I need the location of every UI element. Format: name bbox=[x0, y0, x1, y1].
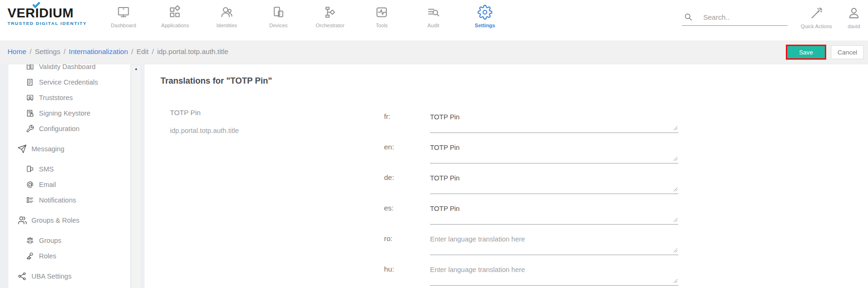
sidebar-item-label: Validity Dashboard bbox=[39, 64, 96, 70]
global-search[interactable] bbox=[682, 12, 788, 26]
nav-item-applications[interactable]: Applications bbox=[149, 5, 201, 28]
sidebar-item-notifications[interactable]: Notifications bbox=[8, 192, 130, 208]
sidebar-item-service-credentials[interactable]: Service Credentials bbox=[8, 74, 130, 90]
resize-handle-icon[interactable] bbox=[673, 218, 678, 222]
groups-roles-icon bbox=[17, 216, 27, 225]
sidebar-item-messaging[interactable]: Messaging bbox=[8, 141, 130, 156]
top-navigation: VERIDIUM TRUSTED DIGITAL IDENTITY Dashbo… bbox=[0, 0, 868, 40]
nav-item-label: Identities bbox=[216, 23, 237, 28]
sidebar-item-label: Configuration bbox=[39, 125, 79, 132]
translation-textarea[interactable] bbox=[430, 170, 678, 191]
resize-handle-icon[interactable] bbox=[673, 248, 678, 253]
translation-textarea[interactable] bbox=[430, 261, 678, 283]
user-label: david bbox=[848, 23, 860, 29]
search-icon bbox=[684, 12, 693, 22]
translation-field bbox=[430, 231, 678, 255]
nav-item-label: Applications bbox=[161, 23, 189, 28]
tools-icon bbox=[375, 5, 389, 20]
scroll-up-arrow[interactable]: ▲ bbox=[132, 65, 140, 73]
nav-item-dashboard[interactable]: Dashboard bbox=[98, 5, 149, 28]
notifications-icon bbox=[26, 196, 34, 204]
translation-textarea[interactable] bbox=[430, 231, 678, 252]
nav-item-devices[interactable]: Devices bbox=[253, 5, 304, 28]
resize-handle-icon[interactable] bbox=[673, 279, 678, 283]
nav-item-orchestrator[interactable]: Orchestrator bbox=[304, 5, 356, 28]
sidebar-item-label: Groups & Roles bbox=[31, 217, 79, 224]
content-panel: Translations for "TOTP Pin" TOTP Pin idp… bbox=[145, 64, 868, 288]
breadcrumb-item: idp.portal.totp.auth.title bbox=[157, 47, 229, 55]
translation-textarea[interactable] bbox=[430, 139, 678, 161]
breadcrumb-separator: / bbox=[30, 47, 31, 55]
sidebar-item-uba-settings[interactable]: UBA Settings bbox=[8, 268, 130, 284]
sidebar-scrollbar[interactable]: ▲ bbox=[132, 65, 140, 288]
sidebar-item-label: Signing Keystore bbox=[39, 109, 91, 117]
check-icon bbox=[32, 2, 40, 8]
messaging-icon bbox=[17, 144, 27, 154]
breadcrumb-item: Settings bbox=[35, 47, 60, 55]
sidebar-item-label: SMS bbox=[39, 165, 54, 173]
page-title: Translations for "TOTP Pin" bbox=[161, 76, 868, 86]
translation-textarea[interactable] bbox=[430, 109, 678, 130]
breadcrumb-item[interactable]: Internationalization bbox=[69, 47, 128, 55]
breadcrumb-item[interactable]: Home bbox=[8, 47, 26, 55]
cancel-button[interactable]: Cancel bbox=[831, 45, 864, 59]
language-label: hu: bbox=[384, 261, 430, 286]
translation-fields: fr:en:de:es:ro:hu: bbox=[384, 109, 678, 288]
sms-icon bbox=[26, 165, 34, 173]
source-key: idp.portal.totp.auth.title bbox=[170, 127, 384, 134]
translation-field bbox=[430, 139, 678, 163]
sidebar-item-label: Truststores bbox=[39, 94, 73, 101]
truststores-icon bbox=[26, 93, 34, 102]
logo-tagline: TRUSTED DIGITAL IDENTITY bbox=[8, 21, 92, 26]
translation-field bbox=[430, 200, 678, 225]
breadcrumb: Home/Settings/Internationalization/Edit/… bbox=[8, 47, 228, 55]
translation-field bbox=[430, 109, 678, 133]
groups-icon bbox=[26, 236, 34, 245]
breadcrumb-bar: Home/Settings/Internationalization/Edit/… bbox=[0, 40, 868, 63]
roles-icon bbox=[26, 252, 34, 260]
resize-handle-icon[interactable] bbox=[673, 126, 678, 131]
sidebar-item-roles[interactable]: Roles bbox=[8, 248, 130, 264]
sidebar-item-truststores[interactable]: Truststores bbox=[8, 90, 130, 105]
save-highlight-box: Save bbox=[786, 45, 826, 60]
veridium-logo[interactable]: VERIDIUM TRUSTED DIGITAL IDENTITY bbox=[8, 6, 92, 26]
resize-handle-icon[interactable] bbox=[673, 187, 678, 192]
nav-item-audit[interactable]: Audit bbox=[407, 5, 459, 28]
translation-row: de: bbox=[384, 170, 678, 194]
language-label: ro: bbox=[384, 231, 430, 255]
language-label: de: bbox=[384, 170, 430, 194]
breadcrumb-separator: / bbox=[131, 47, 133, 55]
translation-textarea[interactable] bbox=[430, 200, 678, 222]
sidebar-item-validity-dashboard[interactable]: Validity Dashboard bbox=[8, 64, 130, 74]
configuration-icon bbox=[26, 125, 34, 133]
dashboard-icon bbox=[116, 5, 131, 20]
sidebar-item-groups-roles[interactable]: Groups & Roles bbox=[8, 212, 130, 228]
main-area: Validity DashboardService CredentialsTru… bbox=[0, 63, 868, 288]
language-label: fr: bbox=[384, 109, 430, 133]
sidebar-item-groups[interactable]: Groups bbox=[8, 233, 130, 248]
user-menu[interactable]: david bbox=[840, 6, 868, 29]
service-credentials-icon bbox=[26, 78, 34, 86]
sidebar-item-email[interactable]: Email bbox=[8, 177, 130, 192]
signing-keystore-icon bbox=[26, 109, 34, 117]
quick-actions-button[interactable]: Quick Actions bbox=[795, 6, 837, 29]
nav-item-label: Settings bbox=[475, 23, 495, 28]
sidebar-item-label: Email bbox=[39, 181, 56, 188]
nav-item-identities[interactable]: Identities bbox=[201, 5, 253, 28]
nav-item-settings[interactable]: Settings bbox=[459, 5, 511, 28]
sidebar-item-signing-keystore[interactable]: Signing Keystore bbox=[8, 105, 130, 121]
validity-dashboard-icon bbox=[26, 64, 34, 71]
translation-field bbox=[430, 170, 678, 194]
quick-actions-label: Quick Actions bbox=[801, 23, 832, 29]
search-input[interactable] bbox=[703, 13, 778, 21]
user-icon bbox=[847, 6, 860, 21]
translation-field bbox=[430, 261, 678, 286]
sidebar-item-label: Roles bbox=[39, 252, 56, 260]
source-column: TOTP Pin idp.portal.totp.auth.title bbox=[161, 109, 384, 288]
sidebar-item-sms[interactable]: SMS bbox=[8, 161, 130, 177]
nav-item-tools[interactable]: Tools bbox=[356, 5, 407, 28]
save-button[interactable]: Save bbox=[787, 46, 825, 58]
resize-handle-icon[interactable] bbox=[673, 156, 678, 161]
translation-row: hu: bbox=[384, 261, 678, 286]
sidebar-item-configuration[interactable]: Configuration bbox=[8, 121, 130, 136]
